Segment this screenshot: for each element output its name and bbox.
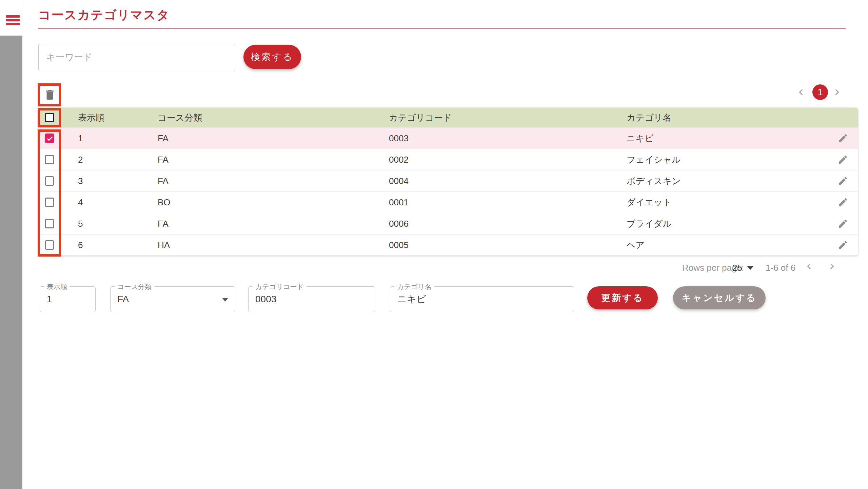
- cell-order: 2: [78, 155, 83, 165]
- category-code-field-label: カテゴリコード: [253, 282, 307, 291]
- cell-category-name: ダイエット: [627, 197, 672, 208]
- column-header-course-class: コース分類: [158, 112, 202, 124]
- row-checkbox[interactable]: [45, 176, 54, 186]
- column-header-order: 表示順: [78, 112, 104, 124]
- rows-per-page-caret-icon[interactable]: [747, 266, 753, 270]
- cell-category-name: ニキビ: [627, 133, 654, 144]
- cell-order: 1: [78, 133, 83, 144]
- row-checkbox[interactable]: [45, 198, 54, 207]
- edit-pencil-icon[interactable]: [837, 240, 848, 250]
- row-checkbox[interactable]: [45, 240, 54, 250]
- cell-order: 4: [78, 197, 83, 208]
- table-prev-chevron-left-icon[interactable]: [804, 262, 814, 271]
- cell-order: 3: [78, 176, 83, 186]
- search-button[interactable]: 検索する: [243, 45, 301, 69]
- page-title: コースカテゴリマスタ: [38, 7, 170, 23]
- pagination-range-label: 1-6 of 6: [766, 263, 795, 273]
- edit-pencil-icon[interactable]: [837, 197, 848, 208]
- sidebar-body: [0, 36, 22, 489]
- menu-icon[interactable]: [6, 15, 20, 25]
- cell-course-class: FA: [158, 176, 169, 186]
- cell-category-name: ヘア: [627, 239, 645, 251]
- category-name-field-label: カテゴリ名: [394, 282, 434, 291]
- category-name-field-value: ニキビ: [397, 293, 426, 306]
- category-name-field[interactable]: カテゴリ名 ニキビ: [390, 286, 574, 312]
- dropdown-caret-icon: [222, 298, 228, 302]
- edit-pencil-icon[interactable]: [837, 133, 848, 144]
- title-divider: [38, 28, 846, 29]
- table-row[interactable]: 4 BO 0001 ダイエット: [38, 191, 858, 213]
- row-checkbox[interactable]: [45, 219, 54, 228]
- cell-category-code: 0002: [389, 155, 409, 165]
- rows-per-page-value[interactable]: 25: [732, 263, 742, 273]
- page-prev-chevron-left-icon[interactable]: [796, 87, 806, 97]
- select-all-checkbox[interactable]: [45, 113, 54, 122]
- cell-category-code: 0003: [389, 133, 409, 144]
- order-field[interactable]: 表示順 1: [40, 286, 96, 312]
- edit-pencil-icon[interactable]: [837, 176, 848, 186]
- edit-pencil-icon[interactable]: [837, 154, 848, 165]
- cell-category-name: ボディスキン: [627, 175, 681, 187]
- category-code-field[interactable]: カテゴリコード 0003: [248, 286, 375, 312]
- edit-pencil-icon[interactable]: [837, 218, 848, 229]
- course-class-select-label: コース分類: [115, 282, 154, 291]
- column-header-category-name: カテゴリ名: [627, 112, 671, 124]
- cancel-button[interactable]: キャンセルする: [673, 286, 766, 309]
- cell-order: 5: [78, 219, 83, 229]
- cell-category-code: 0004: [389, 176, 409, 186]
- table-row[interactable]: 5 FA 0006 ブライダル: [38, 213, 858, 234]
- sidebar: [0, 0, 22, 489]
- cell-category-code: 0005: [389, 240, 409, 250]
- page-next-chevron-right-icon[interactable]: [832, 87, 842, 97]
- row-checkbox[interactable]: [45, 134, 54, 143]
- current-page-badge[interactable]: 1: [812, 84, 828, 100]
- order-field-value: 1: [47, 294, 52, 305]
- cell-course-class: FA: [158, 155, 169, 165]
- cell-category-code: 0001: [389, 197, 409, 208]
- cell-order: 6: [78, 240, 83, 250]
- category-table: 表示順 コース分類 カテゴリコード カテゴリ名 1 FA 0003 ニキビ 2 …: [38, 108, 858, 256]
- table-body: 1 FA 0003 ニキビ 2 FA 0002 フェイシャル 3 FA 0004…: [38, 127, 858, 256]
- order-field-label: 表示順: [44, 282, 70, 291]
- course-class-select-value: FA: [117, 294, 129, 305]
- table-header-row: 表示順 コース分類 カテゴリコード カテゴリ名: [38, 108, 858, 127]
- check-icon: [46, 135, 54, 142]
- update-button[interactable]: 更新する: [587, 286, 658, 309]
- cell-course-class: HA: [158, 240, 170, 250]
- trash-icon[interactable]: [43, 88, 56, 102]
- row-checkbox[interactable]: [45, 155, 54, 164]
- cell-category-name: フェイシャル: [627, 154, 681, 166]
- cell-category-code: 0006: [389, 219, 409, 229]
- table-row[interactable]: 6 HA 0005 ヘア: [38, 234, 858, 256]
- cell-course-class: BO: [158, 197, 171, 208]
- cell-course-class: FA: [158, 133, 169, 144]
- table-row[interactable]: 2 FA 0002 フェイシャル: [38, 149, 858, 170]
- table-row[interactable]: 3 FA 0004 ボディスキン: [38, 170, 858, 191]
- table-row[interactable]: 1 FA 0003 ニキビ: [38, 127, 858, 149]
- course-class-select[interactable]: コース分類 FA: [110, 286, 235, 312]
- table-next-chevron-right-icon[interactable]: [827, 262, 837, 271]
- cell-category-name: ブライダル: [627, 218, 672, 230]
- category-code-field-value: 0003: [255, 294, 276, 305]
- keyword-search-input[interactable]: [38, 44, 235, 71]
- cell-course-class: FA: [158, 219, 169, 229]
- column-header-category-code: カテゴリコード: [389, 112, 452, 124]
